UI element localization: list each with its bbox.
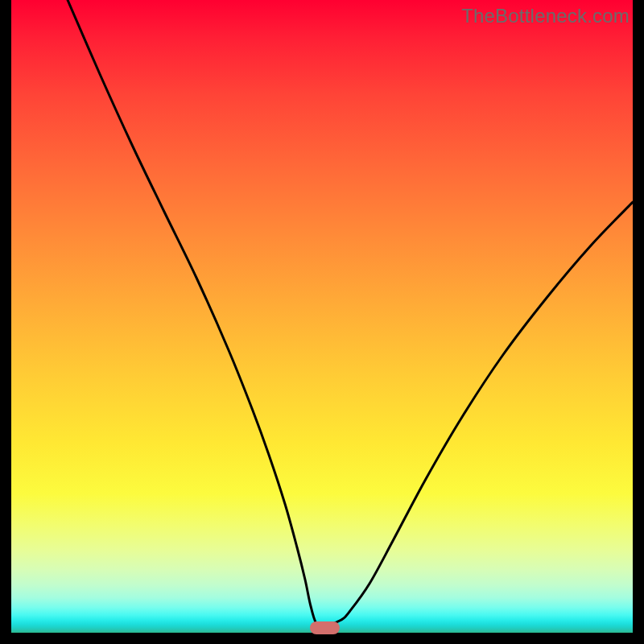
plot-area bbox=[11, 0, 633, 633]
bottleneck-curve bbox=[11, 0, 633, 633]
watermark-text: TheBottleneck.com bbox=[461, 5, 630, 27]
chart-container: TheBottleneck.com bbox=[0, 0, 644, 644]
minimum-marker bbox=[310, 621, 340, 634]
